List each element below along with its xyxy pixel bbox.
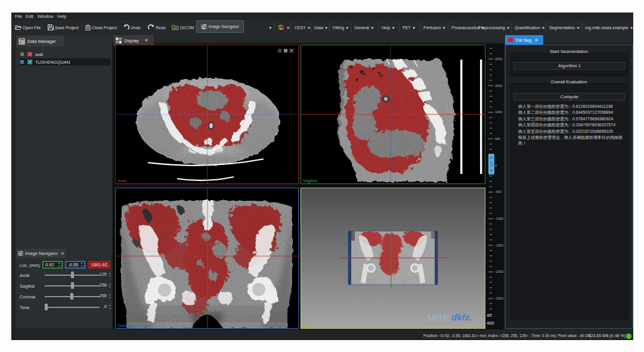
svg-text:0: 0 [495,164,497,167]
svg-text:dkfz.: dkfz. [451,312,472,322]
svg-text:-1500: -1500 [495,244,503,247]
svg-text:1500: 1500 [495,84,502,88]
svg-text:2000: 2000 [495,57,502,61]
svg-text:-2000: -2000 [495,270,503,273]
svg-text:500: 500 [495,137,500,141]
svg-text:-500: -500 [495,190,501,194]
svg-text:-2500: -2500 [495,297,503,300]
svg-text:MITK:: MITK: [428,312,451,322]
svg-text:1000: 1000 [495,110,502,114]
svg-text:-1000: -1000 [495,217,503,220]
